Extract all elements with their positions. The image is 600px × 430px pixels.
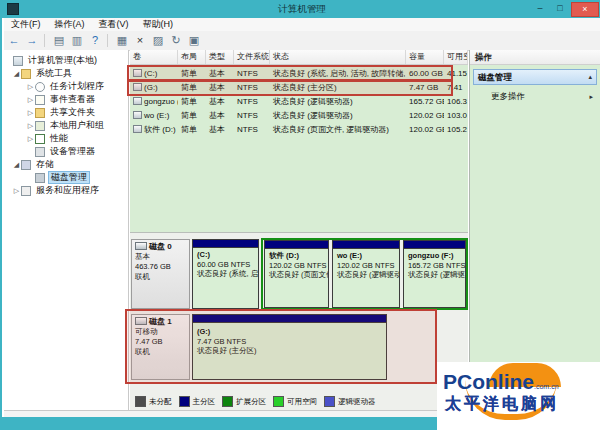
device-manager-icon <box>35 147 45 157</box>
column-type[interactable]: 类型 <box>206 50 234 64</box>
watermark-site-name: 太平洋电脑网 <box>445 394 559 415</box>
table-row[interactable]: 软件 (D:) 简单 基本 NTFS 状态良好 (页面文件, 逻辑驱动器) 12… <box>130 123 468 137</box>
partition-size: 60.00 GB NTFS <box>197 260 258 270</box>
volume-free: 105.2 <box>444 123 468 137</box>
menu-file[interactable]: 文件(F) <box>4 18 48 31</box>
legend-item: 扩展分区 <box>222 396 266 407</box>
disk-view-icon[interactable]: ▣ <box>186 33 202 48</box>
legend-item: 主分区 <box>179 396 216 407</box>
table-row[interactable]: wo (E:) 简单 基本 NTFS 状态良好 (逻辑驱动器) 120.02 G… <box>130 109 468 123</box>
more-actions[interactable]: 更多操作 ▸ <box>473 91 597 103</box>
column-layout[interactable]: 布局 <box>178 50 206 64</box>
column-free[interactable]: 可用空间 <box>444 50 468 64</box>
tree-item-system-tools[interactable]: ◢ 系统工具 <box>4 67 128 80</box>
legend-swatch-extended <box>222 396 233 407</box>
table-row[interactable]: gongzuo (F:) 简单 基本 NTFS 状态良好 (逻辑驱动器) 165… <box>130 95 468 109</box>
tree-item-device-manager[interactable]: 设备管理器 <box>4 145 128 158</box>
actions-disk-management[interactable]: 磁盘管理 ▴ <box>473 69 597 85</box>
volume-capacity: 165.72 GB <box>406 95 444 109</box>
partition-e[interactable]: wo (E:) 120.02 GB NTFS 状态良好 (逻辑驱动 <box>332 240 400 308</box>
tree-item-services-applications[interactable]: ▷ 服务和应用程序 <box>4 184 128 197</box>
show-console-tree-icon[interactable]: ▤ <box>51 33 67 48</box>
column-status[interactable]: 状态 <box>270 50 406 64</box>
annotation-rect-volume-c <box>127 65 453 81</box>
watermark: PConline.com.cn 太平洋电脑网 <box>437 362 600 430</box>
storage-icon <box>21 160 31 170</box>
collapse-icon[interactable]: ▴ <box>588 69 592 85</box>
show-hide-action-pane-icon[interactable]: ▦ <box>114 33 130 48</box>
task-scheduler-icon <box>35 82 45 92</box>
volume-fs: NTFS <box>234 123 270 137</box>
partition-f[interactable]: gongzuo (F:) 165.72 GB NTFS 状态良好 (逻辑驱动 <box>403 240 466 308</box>
tree-item-performance[interactable]: ▷ 性能 <box>4 132 128 145</box>
partition-d[interactable]: 软件 (D:) 120.02 GB NTFS 状态良好 (页面文件 <box>264 240 329 308</box>
volume-name: gongzuo (F:) <box>144 97 178 106</box>
annotation-rect-volume-g <box>127 80 453 96</box>
volume-icon <box>133 125 142 133</box>
forward-icon[interactable]: → <box>24 33 40 48</box>
volume-type: 基本 <box>206 123 234 137</box>
expander-icon[interactable]: ◢ <box>12 158 21 171</box>
volume-fs: NTFS <box>234 109 270 123</box>
back-icon[interactable]: ← <box>6 33 22 48</box>
partition-size: 165.72 GB NTFS <box>408 261 465 271</box>
maximize-button[interactable]: □ <box>551 2 569 15</box>
column-filesystem[interactable]: 文件系统 <box>234 50 270 64</box>
system-tools-icon <box>21 69 31 79</box>
expander-icon[interactable]: ▷ <box>26 119 35 132</box>
disk0-state: 联机 <box>135 272 189 282</box>
toolbar-separator <box>44 34 45 47</box>
menu-help[interactable]: 帮助(H) <box>136 18 181 31</box>
volume-free: 106.3 <box>444 95 468 109</box>
submenu-arrow-icon: ▸ <box>589 93 593 101</box>
local-users-groups-icon <box>35 121 45 131</box>
legend-item: 逻辑驱动器 <box>324 396 376 407</box>
partition-name: gongzuo (F:) <box>408 251 465 261</box>
volume-icon <box>133 111 142 119</box>
menu-action[interactable]: 操作(A) <box>48 18 92 31</box>
logical-drive-bar <box>404 241 465 249</box>
delete-icon[interactable]: × <box>132 33 148 48</box>
volume-status: 状态良好 (页面文件, 逻辑驱动器) <box>270 123 406 137</box>
tree-item-task-scheduler[interactable]: ▷ 任务计划程序 <box>4 80 128 93</box>
actions-header: 操作 <box>470 50 600 65</box>
tree-item-event-viewer[interactable]: ▷ 事件查看器 <box>4 93 128 106</box>
partition-c[interactable]: (C:) 60.00 GB NTFS 状态良好 (系统, 启 <box>192 239 259 309</box>
performance-icon <box>35 134 45 144</box>
expander-icon[interactable]: ▷ <box>26 132 35 145</box>
minimize-button[interactable]: – <box>531 2 549 15</box>
tree-root[interactable]: 计算机管理(本地) <box>4 54 128 67</box>
column-capacity[interactable]: 容量 <box>406 50 444 64</box>
volume-icon <box>133 97 142 105</box>
disk0-size: 463.76 GB <box>135 262 189 272</box>
tree-item-storage[interactable]: ◢ 存储 <box>4 158 128 171</box>
legend-item: 可用空间 <box>273 396 317 407</box>
expander-icon[interactable]: ▷ <box>26 80 35 93</box>
partition-status: 状态良好 (页面文件 <box>269 270 328 280</box>
close-button[interactable]: × <box>571 2 599 17</box>
tree-item-local-users-groups[interactable]: ▷ 本地用户和组 <box>4 119 128 132</box>
expander-icon[interactable]: ▷ <box>26 106 35 119</box>
extended-partition: 软件 (D:) 120.02 GB NTFS 状态良好 (页面文件 wo (E:… <box>261 238 468 310</box>
menu-view[interactable]: 查看(V) <box>92 18 136 31</box>
expander-icon[interactable]: ▷ <box>26 93 35 106</box>
properties-icon[interactable]: ▨ <box>150 33 166 48</box>
tree-item-disk-management[interactable]: 磁盘管理 <box>4 171 128 184</box>
column-volume[interactable]: 卷 <box>130 50 178 64</box>
volume-type: 基本 <box>206 109 234 123</box>
disk0-label[interactable]: 磁盘 0 基本 463.76 GB 联机 <box>131 239 190 309</box>
volume-layout: 简单 <box>178 123 206 137</box>
tree-item-shared-folders[interactable]: ▷ 共享文件夹 <box>4 106 128 119</box>
disk-management-icon <box>35 173 45 183</box>
help-icon[interactable]: ? <box>87 33 103 48</box>
services-applications-icon <box>21 186 31 196</box>
expander-icon[interactable]: ▷ <box>12 184 21 197</box>
partition-status: 状态良好 (系统, 启 <box>197 269 258 279</box>
legend-swatch-logical <box>324 396 335 407</box>
export-list-icon[interactable]: ▥ <box>69 33 85 48</box>
title-bar: 计算机管理 – □ × <box>2 0 600 18</box>
refresh-icon[interactable]: ↻ <box>168 33 184 48</box>
expander-icon[interactable]: ◢ <box>12 67 21 80</box>
partition-status: 状态良好 (逻辑驱动 <box>408 270 465 280</box>
menu-bar: 文件(F) 操作(A) 查看(V) 帮助(H) <box>4 18 600 32</box>
